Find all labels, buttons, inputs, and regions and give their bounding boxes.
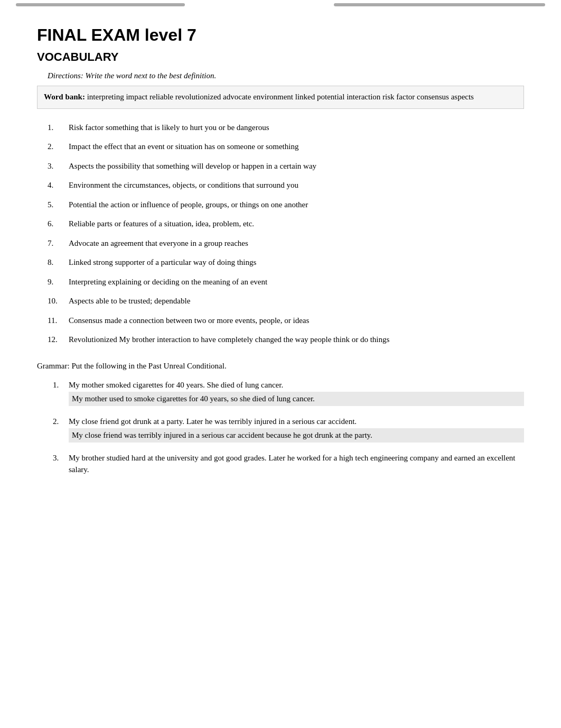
item-text: Advocate an agreement that everyone in a…: [69, 237, 248, 250]
grammar-intro: Grammar: Put the following in the Past U…: [37, 362, 524, 371]
item-text: Revolutionized My brother interaction to…: [69, 334, 389, 346]
item-text: Linked strong supporter of a particular …: [69, 256, 256, 269]
directions-text: Directions: Write the word next to the b…: [48, 71, 524, 80]
item-text: Aspects able to be trusted; dependable: [69, 295, 190, 307]
list-item: 10. Aspects able to be trusted; dependab…: [48, 295, 524, 307]
vocab-section-title: VOCABULARY: [37, 50, 524, 64]
list-item: 6. Reliable parts or features of a situa…: [48, 218, 524, 230]
item-number: 10.: [48, 295, 69, 307]
item-number: 5.: [48, 199, 69, 211]
main-content: FINAL EXAM level 7 VOCABULARY Directions…: [0, 10, 561, 512]
main-title: FINAL EXAM level 7: [37, 25, 524, 45]
vocab-list: 1. Risk factor something that is likely …: [48, 122, 524, 346]
top-bar: [0, 0, 561, 10]
list-item: 12. Revolutionized My brother interactio…: [48, 334, 524, 346]
grammar-section: Grammar: Put the following in the Past U…: [37, 362, 524, 476]
grammar-answer: My close friend was terribly injured in …: [69, 428, 524, 443]
grammar-question: My mother smoked cigarettes for 40 years…: [69, 381, 283, 389]
item-text: Impact the effect that an event or situa…: [69, 141, 298, 153]
item-text: Potential the action or influence of peo…: [69, 199, 308, 211]
grammar-list: 1. My mother smoked cigarettes for 40 ye…: [53, 379, 524, 476]
list-item: 3. Aspects the possibility that somethin…: [48, 160, 524, 172]
grammar-question: My close friend got drunk at a party. La…: [69, 417, 357, 426]
item-number: 1.: [48, 122, 69, 134]
item-number: 3.: [48, 160, 69, 172]
word-bank-label: Word bank:: [44, 93, 85, 101]
item-number: 9.: [48, 276, 69, 288]
item-text: Environment the circumstances, objects, …: [69, 179, 298, 191]
item-text: Reliable parts or features of a situatio…: [69, 218, 254, 230]
item-number: 11.: [48, 315, 69, 327]
top-bar-right-decoration: [334, 3, 545, 6]
list-item: 7. Advocate an agreement that everyone i…: [48, 237, 524, 250]
item-text: Risk factor something that is likely to …: [69, 122, 269, 134]
list-item: 1. My mother smoked cigarettes for 40 ye…: [53, 379, 524, 406]
grammar-question: My brother studied hard at the universit…: [69, 454, 516, 474]
list-item: 5. Potential the action or influence of …: [48, 199, 524, 211]
list-item: 1. Risk factor something that is likely …: [48, 122, 524, 134]
list-item: 11. Consensus made a connection between …: [48, 315, 524, 327]
item-text: Consensus made a connection between two …: [69, 315, 309, 327]
grammar-answer: My mother used to smoke cigarettes for 4…: [69, 392, 524, 406]
list-item: 2. Impact the effect that an event or si…: [48, 141, 524, 153]
grammar-item-content: My mother smoked cigarettes for 40 years…: [69, 379, 524, 406]
item-number: 2.: [48, 141, 69, 153]
word-bank-box: Word bank: interpreting impact reliable …: [37, 86, 524, 109]
list-item: 4. Environment the circumstances, object…: [48, 179, 524, 191]
item-number: 6.: [48, 218, 69, 230]
grammar-item-content: My close friend got drunk at a party. La…: [69, 416, 524, 443]
list-item: 8. Linked strong supporter of a particul…: [48, 256, 524, 269]
item-number: 12.: [48, 334, 69, 346]
item-text: Aspects the possibility that something w…: [69, 160, 316, 172]
item-text: Interpreting explaining or deciding on t…: [69, 276, 267, 288]
item-number: 7.: [48, 237, 69, 250]
list-item: 3. My brother studied hard at the univer…: [53, 452, 524, 476]
grammar-item-content: My brother studied hard at the universit…: [69, 452, 524, 476]
item-number: 2.: [53, 416, 69, 443]
top-bar-left-decoration: [16, 3, 185, 6]
list-item: 2. My close friend got drunk at a party.…: [53, 416, 524, 443]
item-number: 8.: [48, 256, 69, 269]
list-item: 9. Interpreting explaining or deciding o…: [48, 276, 524, 288]
item-number: 1.: [53, 379, 69, 406]
item-number: 4.: [48, 179, 69, 191]
word-bank-words: interpreting impact reliable revolutioni…: [87, 93, 474, 101]
item-number: 3.: [53, 452, 69, 476]
page: FINAL EXAM level 7 VOCABULARY Directions…: [0, 0, 561, 728]
